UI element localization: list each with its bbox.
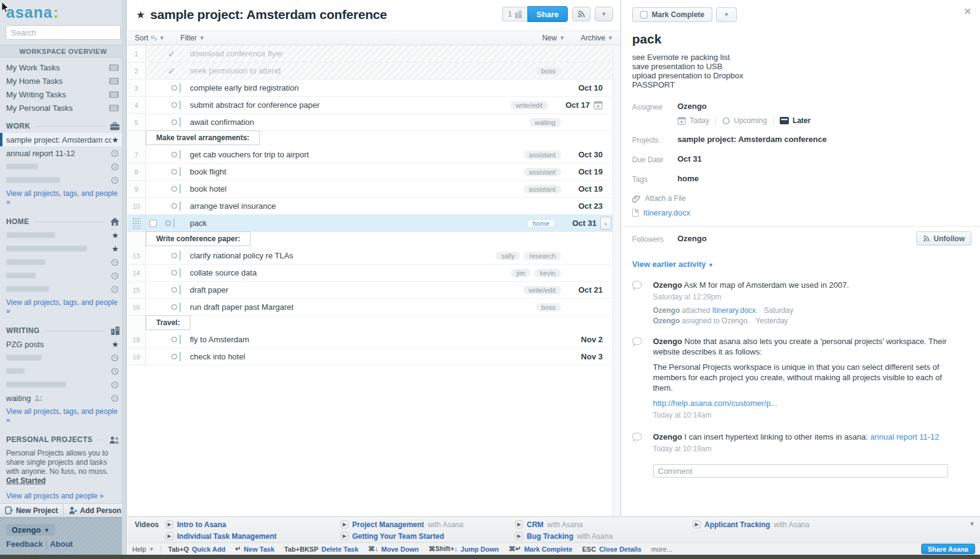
member-count[interactable]: 1 [502,7,527,21]
new-project-button[interactable]: New Project [0,504,64,517]
sidebar-project-waiting[interactable]: waiting [0,391,126,405]
sidebar-project-sample-amsterdam[interactable]: sample project: Amsterdam confere...★ [0,133,126,146]
calendar-icon[interactable] [594,100,603,110]
collapse-videos-chevron[interactable]: ▼ [969,520,975,527]
complete-circle-icon[interactable] [172,287,177,293]
project-star-icon[interactable]: ★ [136,9,145,21]
task-row[interactable]: 19 check into hotel Nov 3 [127,348,612,366]
assignee-value[interactable]: Ozengo [677,102,707,111]
sidebar-item-my-writing-tasks[interactable]: My Writing Tasks [0,88,126,101]
help-menu[interactable]: Help▼ [132,546,154,553]
video-link-crm[interactable]: ▶CRMwith Asana [515,519,612,530]
sidebar-item-my-home-tasks[interactable]: My Home Tasks [0,74,126,88]
collapse-details-button[interactable]: ‹ [600,217,611,230]
complete-circle-icon[interactable] [165,220,171,226]
sidebar-project-annual-report[interactable]: annual report 11-12 [0,146,126,160]
complete-circle-icon[interactable] [172,337,177,342]
filter-menu[interactable]: Filter▼ [181,34,205,42]
video-link-intro[interactable]: ▶Intro to Asana [165,519,276,530]
tag-pill[interactable]: home [527,219,555,228]
due-date[interactable]: Oct 10 [568,83,603,92]
complete-circle-icon[interactable] [172,169,177,174]
complete-circle-icon[interactable] [172,102,177,108]
tag-pill[interactable]: assistant [524,168,561,176]
due-date[interactable]: Oct 21 [568,285,603,295]
due-date-value[interactable]: Oct 31 [677,154,702,164]
sidebar-project-redacted[interactable] [0,378,126,391]
complete-circle-icon[interactable] [172,186,177,192]
tag-pill[interactable]: kevin [534,269,561,277]
task-name[interactable]: complete early bird registration [190,83,568,92]
work-view-all-link[interactable]: View all projects, tags, and people » [0,187,126,208]
rss-feed-button[interactable] [572,7,590,21]
schedule-later[interactable]: Later [774,116,816,125]
due-date[interactable]: Oct 17 [556,100,590,110]
share-button[interactable]: Share [527,6,568,22]
drag-handle[interactable] [132,217,141,230]
complete-circle-icon[interactable] [172,152,177,157]
sidebar-project-redacted[interactable] [0,269,126,282]
sidebar-project-redacted[interactable] [0,364,126,378]
check-icon[interactable]: ✓ [168,66,175,76]
task-row[interactable]: 15 draft paper write/edit Oct 21 [127,282,612,299]
feedback-link[interactable]: Feedback [6,539,43,549]
project-title[interactable]: sample project: Amsterdam conference [150,7,387,22]
task-name[interactable]: seek permission to attend [190,66,536,75]
writing-view-all-link[interactable]: View all projects, tags, and people » [0,405,126,426]
section-header[interactable]: Travel: [146,315,190,330]
task-row[interactable]: 9 book hotel assistant Oct 19 [127,181,612,198]
due-date[interactable]: Oct 31 [562,219,597,228]
due-date[interactable]: Oct 30 [568,150,603,159]
add-person-button[interactable]: Add Person [64,504,127,517]
task-row[interactable]: 2 ✓ seek permission to attend boss [127,62,612,80]
task-name[interactable]: draft paper [190,285,523,295]
tag-pill[interactable]: boss [536,303,561,312]
task-name[interactable]: await confirmation [190,118,529,127]
mark-complete-button[interactable]: Mark Complete [632,7,712,22]
task-name[interactable]: run draft paper past Margaret [190,302,536,312]
sidebar-project-redacted[interactable] [0,173,126,187]
task-name[interactable]: arrange travel insurance [190,201,568,211]
annual-report-link[interactable]: annual report 11-12 [870,432,940,441]
task-row[interactable]: 1 ✓ download conference flyer [127,45,612,62]
user-menu[interactable]: Ozengo▼ [6,524,55,536]
tag-pill[interactable]: sally [496,252,520,260]
sort-menu[interactable]: Sort¹²₃▼ [135,34,165,42]
task-name[interactable]: clarify national policy re TLAs [190,251,496,260]
sidebar-project-redacted[interactable] [0,351,126,364]
task-row[interactable]: 4 submit abstract for conference paper w… [127,97,612,114]
video-link-project-management[interactable]: ▶Project Managementwith Asana [341,519,463,530]
due-date[interactable]: Oct 19 [568,167,603,176]
due-date[interactable]: Oct 19 [568,184,603,193]
tags-value[interactable]: home [677,174,699,184]
search-input[interactable] [6,25,121,40]
unfollow-button[interactable]: Unfollow [916,231,971,246]
video-link-individual-task[interactable]: ▶Individual Task Management [165,530,276,542]
video-link-bug-tracking[interactable]: ▶Bug Trackingwith Asana [515,530,612,542]
sidebar-project-pzg-posts[interactable]: PZG posts★ [0,337,126,351]
more-shortcuts-link[interactable]: more... [651,546,672,553]
task-detail-title[interactable]: pack [632,32,971,47]
task-notes[interactable]: see Evernote re packing list save presen… [632,53,971,89]
tag-pill[interactable]: jim [511,269,530,277]
complete-circle-icon[interactable] [172,85,177,91]
task-row[interactable]: 14 collate source data jimkevin [127,264,612,282]
task-row-selected[interactable]: pack home Oct 31 ‹ [127,215,612,232]
task-name[interactable]: pack [190,219,527,228]
sidebar-project-redacted[interactable] [0,160,126,173]
sidebar-project-redacted[interactable]: ★ [0,228,126,242]
tag-pill[interactable]: waiting [529,118,561,127]
archive-menu[interactable]: Archive▼ [581,34,613,42]
task-name[interactable]: fly to Amsterdam [190,335,568,344]
task-row[interactable]: 10 arrange travel insurance Oct 23 [127,198,612,215]
video-link-team-started[interactable]: ▶Getting Your Team Started [341,530,463,542]
task-row[interactable]: 13 clarify national policy re TLAs sally… [127,247,612,264]
task-checkbox[interactable] [149,220,157,227]
video-link-applicant-tracking[interactable]: ▶Applicant Trackingwith Asana [693,519,809,530]
schedule-upcoming[interactable]: Upcoming [716,116,774,125]
task-row[interactable]: 8 book flight assistant Oct 19 [127,163,612,181]
task-row[interactable]: 18 fly to Amsterdam Nov 2 [127,331,612,348]
personal-view-all-link[interactable]: View all projects and people » [0,489,126,501]
home-view-all-link[interactable]: View all projects, tags, and people » [0,296,126,317]
tag-pill[interactable]: assistant [524,151,561,159]
